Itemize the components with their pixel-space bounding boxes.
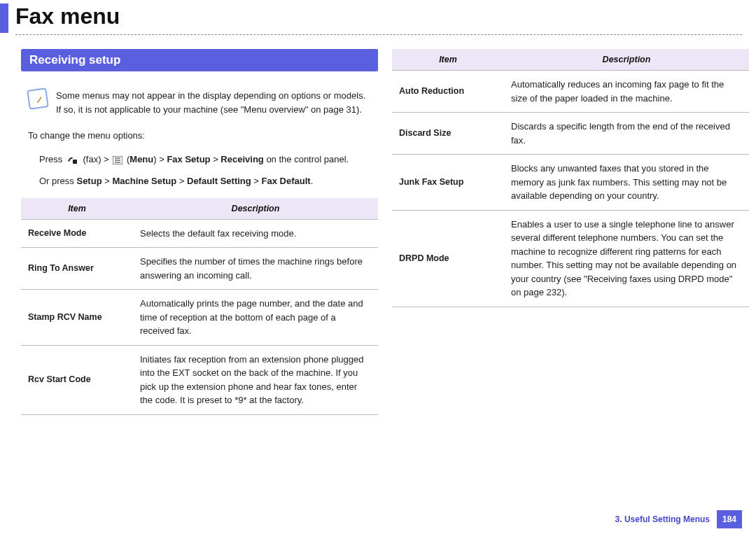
table-right: Item Description Auto Reduction Automati… (392, 49, 749, 307)
menu-icon (113, 156, 122, 164)
table-row: Stamp RCV Name Automatically prints the … (21, 290, 378, 346)
default-label: Default Setting (187, 176, 251, 186)
right-column: Item Description Auto Reduction Automati… (392, 49, 749, 415)
table-left: Item Description Receive Mode Selects th… (21, 198, 378, 415)
item-label: Stamp RCV Name (21, 290, 133, 346)
fax-icon (66, 155, 79, 165)
footer-chapter: 3. Useful Setting Menus (608, 510, 717, 528)
text-press: Press (39, 154, 62, 164)
text-fax: (fax) > (83, 154, 108, 164)
intro-text: To change the menu options: (28, 130, 378, 141)
col-desc: Description (133, 198, 378, 220)
table-header-row: Item Description (21, 198, 378, 220)
col-item: Item (21, 198, 133, 220)
left-column: Receiving setup Some menus may not appea… (21, 49, 378, 415)
table-row: DRPD Mode Enables a user to use a single… (392, 210, 749, 307)
item-desc: Blocks any unwanted faxes that you store… (504, 155, 749, 211)
item-label: Receive Mode (21, 219, 133, 248)
table-row: Receive Mode Selects the default fax rec… (21, 219, 378, 248)
table-header-row: Item Description (392, 49, 749, 71)
col-item: Item (392, 49, 504, 71)
footer-page: 184 (717, 510, 742, 528)
orpress: Or press (39, 176, 76, 186)
section-heading: Receiving setup (21, 49, 378, 71)
footer: 3. Useful Setting Menus 184 (608, 510, 742, 528)
faxdef-label: Fax Default (262, 176, 311, 186)
text-seq: ) > (153, 154, 167, 164)
item-desc: Discards a specific length from the end … (504, 113, 749, 155)
item-label: Ring To Answer (21, 248, 133, 290)
gt1: > (211, 154, 221, 164)
table-row: Discard Size Discards a specific length … (392, 113, 749, 155)
table-row: Ring To Answer Specifies the number of t… (21, 248, 378, 290)
gt2b: > (176, 176, 187, 186)
table-row: Rcv Start Code Initiates fax reception f… (21, 345, 378, 414)
tail1: on the control panel. (264, 154, 349, 164)
gt2c: > (251, 176, 262, 186)
tail2: . (311, 176, 314, 186)
table-row: Auto Reduction Automatically reduces an … (392, 71, 749, 113)
table-row: Junk Fax Setup Blocks any unwanted faxes… (392, 155, 749, 211)
item-label: Rcv Start Code (21, 345, 133, 414)
item-label: DRPD Mode (392, 210, 504, 307)
item-desc: Specifies the number of times the machin… (133, 248, 378, 290)
item-desc: Enables a user to use a single telephone… (504, 210, 749, 307)
item-desc: Selects the default fax receiving mode. (133, 219, 378, 248)
item-label: Auto Reduction (392, 71, 504, 113)
menu-label: Menu (130, 154, 153, 164)
item-desc: Initiates fax reception from an extensio… (133, 345, 378, 414)
receiving-label: Receiving (220, 154, 263, 164)
item-desc: Automatically prints the page number, an… (133, 290, 378, 346)
instruction-line1: Press (fax) > (Menu) > Fax Setup > Recei… (39, 151, 378, 167)
page-title: Fax menu (15, 3, 756, 33)
setup-label: Setup (76, 176, 102, 186)
title-wrap: Fax menu (0, 3, 756, 33)
col-desc: Description (504, 49, 749, 71)
item-label: Junk Fax Setup (392, 155, 504, 211)
item-label: Discard Size (392, 113, 504, 155)
note-text: Some menus may not appear in the display… (56, 89, 371, 116)
machine-label: Machine Setup (112, 176, 176, 186)
fax-setup-label: Fax Setup (167, 154, 210, 164)
gt2a: > (102, 176, 113, 186)
note-block: Some menus may not appear in the display… (28, 89, 371, 116)
content-columns: Receiving setup Some menus may not appea… (0, 35, 756, 415)
instruction-line2: Or press Setup > Machine Setup > Default… (39, 173, 378, 189)
note-icon (27, 87, 49, 110)
item-desc: Automatically reduces an incoming fax pa… (504, 71, 749, 113)
